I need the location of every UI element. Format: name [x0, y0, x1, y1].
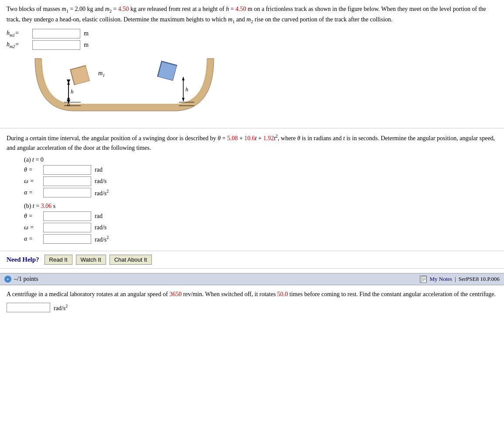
p3-answer-input[interactable] — [7, 303, 50, 312]
p3-val2: 50.0 — [277, 291, 288, 297]
part-b: (b) t = 3.06 s θ = rad ω = rad/s α = rad… — [24, 203, 497, 244]
read-it-button[interactable]: Read It — [45, 255, 72, 265]
alpha-b-input[interactable] — [43, 234, 91, 244]
problem3-text: A centrifuge in a medical laboratory rot… — [7, 290, 497, 299]
problem2-section: During a certain time interval, the angu… — [0, 128, 504, 251]
need-help-bar: Need Help? Read It Watch It Chat About I… — [0, 251, 504, 268]
notes-icon — [420, 276, 427, 283]
m1-ref: m1 — [228, 16, 235, 23]
hm2-input[interactable] — [32, 40, 80, 50]
alpha-a-input[interactable] — [43, 188, 91, 197]
h-left-label: h — [71, 88, 74, 95]
theta-b-input[interactable] — [43, 211, 91, 221]
alpha-a-unit: rad/s2 — [95, 189, 109, 197]
m1-label: m1 — [62, 6, 69, 12]
theta-b-row: θ = rad — [24, 211, 497, 221]
problem3-section: A centrifuge in a medical laboratory rot… — [0, 285, 504, 318]
m2-ref: m2 — [247, 16, 253, 23]
val1: 4.50 — [118, 6, 129, 12]
part-b-label: (b) t = 3.06 s — [24, 203, 497, 210]
chat-about-it-button[interactable]: Chat About It — [110, 255, 152, 265]
alpha-a-label: α = — [24, 189, 41, 196]
omega-b-input[interactable] — [43, 223, 91, 232]
my-notes-link[interactable]: My Notes — [429, 276, 452, 283]
m2-label: m2 — [105, 6, 112, 12]
hm2-label: hm2= — [7, 41, 31, 49]
theta-a-label: θ = — [24, 166, 41, 173]
series-label: SerPSE8 10.P.006 — [459, 276, 500, 283]
separator: | — [455, 276, 456, 283]
p3-answer-row: rad/s2 — [7, 303, 497, 312]
hm1-label: hm1= — [7, 30, 31, 38]
alpha-b-row: α = rad/s2 — [24, 234, 497, 244]
watch-it-button[interactable]: Watch It — [76, 255, 106, 265]
omega-b-unit: rad/s — [95, 224, 106, 231]
block-m2 — [158, 61, 177, 80]
part-a: (a) t = 0 θ = rad ω = rad/s α = rad/s2 — [24, 156, 497, 197]
m1-fig-label: m1 — [98, 70, 105, 78]
hm1-input[interactable] — [32, 29, 80, 38]
val2: 4.50 — [236, 6, 247, 12]
points-label: –/1 points — [14, 276, 38, 283]
hm2-unit: m — [84, 41, 89, 48]
problem2-text: During a certain time interval, the angu… — [7, 133, 497, 153]
alpha-b-unit: rad/s2 — [95, 235, 109, 243]
h-right-label: h — [185, 86, 189, 93]
theta-a-unit: rad — [95, 166, 103, 173]
omega-a-unit: rad/s — [95, 178, 106, 185]
svg-marker-8 — [67, 81, 70, 85]
alpha-a-row: α = rad/s2 — [24, 188, 497, 197]
p3-unit: rad/s2 — [54, 304, 68, 312]
points-icon: + — [4, 276, 11, 283]
svg-marker-14 — [182, 77, 185, 80]
alpha-b-label: α = — [24, 235, 41, 242]
omega-b-row: ω = rad/s — [24, 223, 497, 232]
p2-val1: 5.08 — [227, 135, 238, 141]
theta-b-label: θ = — [24, 213, 41, 220]
theta-b-unit: rad — [95, 213, 103, 220]
hm1-unit: m — [84, 30, 89, 37]
hm2-row: hm2= m — [7, 40, 497, 50]
svg-marker-9 — [67, 98, 70, 101]
theta-a-row: θ = rad — [24, 165, 497, 175]
p3-val1: 3650 — [169, 291, 182, 297]
problem1-section: Two blocks of masses m1 = 2.00 kg and m2… — [0, 0, 504, 128]
problem1-text: Two blocks of masses m1 = 2.00 kg and m2… — [7, 4, 497, 25]
points-left: + –/1 points — [4, 276, 38, 283]
need-help-label: Need Help? — [7, 256, 39, 263]
h-label: h — [226, 6, 229, 12]
omega-a-row: ω = rad/s — [24, 176, 497, 186]
omega-b-label: ω = — [24, 224, 41, 231]
section-divider — [0, 268, 504, 269]
omega-a-input[interactable] — [43, 176, 91, 186]
points-right: My Notes | SerPSE8 10.P.006 — [420, 276, 500, 283]
p2-val3: 1.92 — [263, 135, 274, 141]
track-svg: m1 m2 h — [33, 54, 216, 118]
theta-a-input[interactable] — [43, 165, 91, 175]
hm1-row: hm1= m — [7, 29, 497, 38]
points-bar: + –/1 points My Notes | SerPSE8 10.P.006 — [0, 273, 504, 285]
block-m1 — [70, 66, 89, 85]
part-a-label: (a) t = 0 — [24, 156, 497, 163]
track-figure-container: m1 m2 h — [33, 54, 497, 119]
t-b-val: 3.06 — [41, 203, 52, 209]
p2-val2: 10.6 — [244, 135, 255, 141]
omega-a-label: ω = — [24, 178, 41, 185]
svg-marker-15 — [182, 98, 185, 101]
